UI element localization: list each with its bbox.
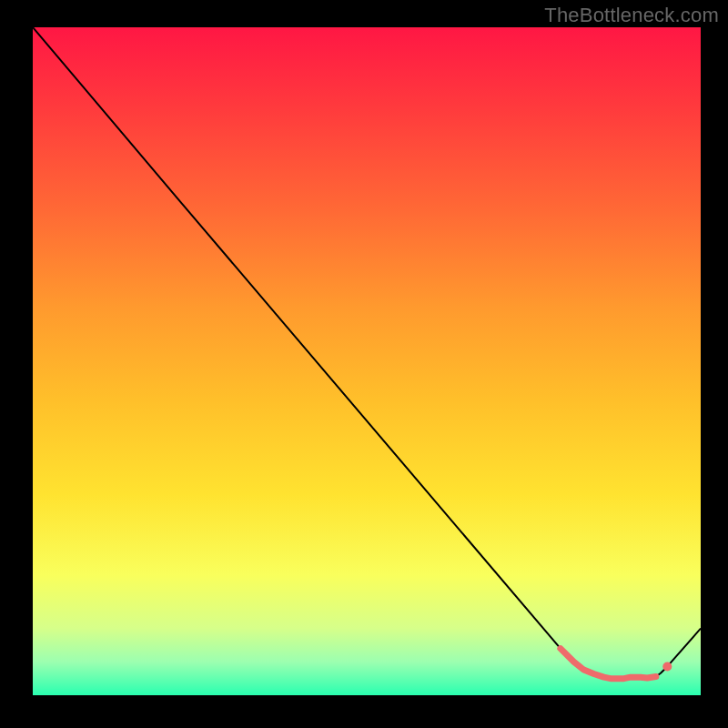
gradient-background [33,27,701,695]
highlight-dot [662,662,672,671]
chart-svg [33,27,701,695]
attribution-text: TheBottleneck.com [544,4,719,27]
plot-area [33,27,701,695]
chart-container: TheBottleneck.com [0,0,728,728]
